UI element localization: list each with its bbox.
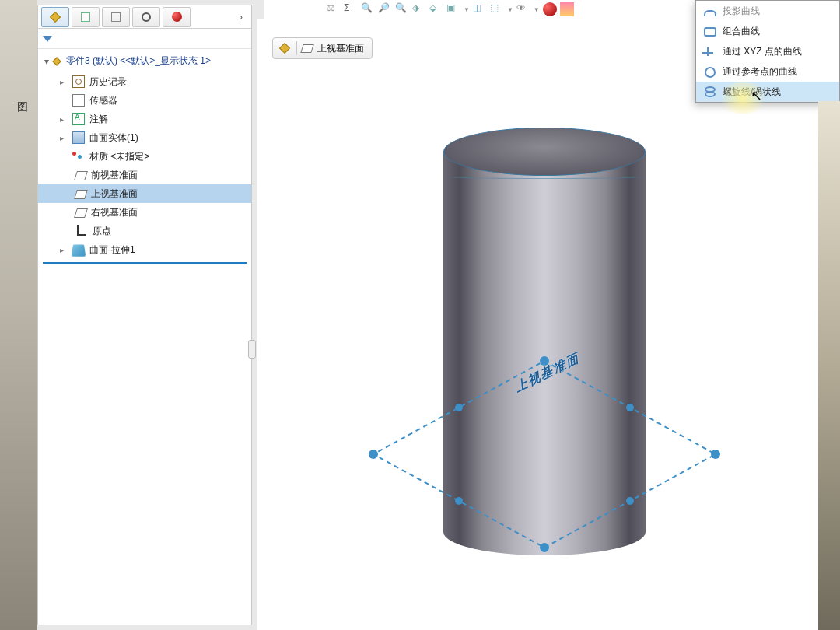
funnel-icon[interactable] bbox=[43, 36, 52, 42]
node-origin-label: 原点 bbox=[93, 225, 111, 238]
part-icon[interactable] bbox=[279, 43, 290, 54]
extrude-icon bbox=[72, 244, 86, 256]
node-history[interactable]: ▸ 历史记录 bbox=[38, 72, 251, 91]
node-material[interactable]: 材质 <未指定> bbox=[38, 147, 251, 166]
graphics-viewport[interactable]: 上视基准面 上视基准面 bbox=[257, 19, 840, 630]
caret-down-icon: ▾ bbox=[44, 56, 49, 67]
tab-dimxpert[interactable] bbox=[132, 7, 160, 27]
node-front-plane[interactable]: 前视基准面 bbox=[38, 166, 251, 184]
scene-icon[interactable] bbox=[560, 2, 574, 16]
menu-item-project-curve[interactable]: 投影曲线 bbox=[696, 1, 839, 21]
dropdown-caret-icon[interactable]: ▼ bbox=[534, 6, 540, 13]
separator bbox=[296, 41, 297, 55]
rollback-bar[interactable] bbox=[43, 262, 247, 264]
curves-context-menu: 投影曲线 组合曲线 通过 XYZ 点的曲线 通过参考点的曲线 螺旋线/涡状线 bbox=[695, 0, 840, 103]
cylinder-top-edge bbox=[443, 174, 646, 179]
node-top-plane-label: 上视基准面 bbox=[91, 187, 138, 201]
tab-configuration[interactable] bbox=[102, 7, 130, 27]
menu-item-ref-point-curve[interactable]: 通过参考点的曲线 bbox=[696, 61, 839, 82]
plane-icon bbox=[74, 171, 88, 180]
dropdown-caret-icon[interactable]: ▼ bbox=[507, 6, 513, 13]
left-dock-edge: 图 bbox=[0, 0, 37, 630]
node-history-label: 历史记录 bbox=[89, 75, 127, 89]
cylinder-top-face bbox=[443, 128, 646, 176]
project-curve-icon bbox=[702, 4, 716, 18]
node-annotation[interactable]: ▸ 注解 bbox=[38, 110, 251, 128]
sphere-icon bbox=[172, 12, 182, 22]
menu-item-label: 通过参考点的曲线 bbox=[723, 65, 797, 79]
caret-right-icon: ▸ bbox=[60, 78, 68, 86]
zoom-fit-icon[interactable]: 🔍 bbox=[361, 2, 375, 16]
svg-point-6 bbox=[626, 497, 634, 505]
svg-point-3 bbox=[540, 543, 549, 552]
grid-icon bbox=[81, 12, 90, 22]
svg-point-8 bbox=[455, 404, 463, 411]
appearance-icon[interactable] bbox=[543, 2, 557, 16]
node-surface-body[interactable]: ▸ 曲面实体(1) bbox=[38, 128, 251, 147]
caret-right-icon: ▸ bbox=[60, 246, 68, 254]
tree-filter-row bbox=[38, 29, 251, 49]
node-top-plane[interactable]: 上视基准面 bbox=[38, 184, 251, 203]
node-right-plane[interactable]: 右视基准面 bbox=[38, 203, 251, 222]
config-icon bbox=[111, 12, 121, 22]
material-icon bbox=[72, 150, 85, 163]
surface-icon bbox=[72, 131, 85, 144]
sigma-icon[interactable]: Σ bbox=[344, 2, 358, 16]
breadcrumb-plane-label[interactable]: 上视基准面 bbox=[317, 42, 364, 55]
part-icon bbox=[52, 57, 61, 65]
balance-icon[interactable]: ⚖ bbox=[327, 2, 341, 16]
panel-collapse-handle[interactable] bbox=[248, 340, 256, 359]
svg-marker-0 bbox=[373, 361, 716, 548]
node-front-plane-label: 前视基准面 bbox=[91, 169, 138, 182]
tab-feature-tree[interactable] bbox=[41, 7, 69, 27]
zoom-area-icon[interactable]: 🔎 bbox=[378, 2, 392, 16]
panel-tabbar: › bbox=[38, 5, 251, 29]
menu-item-helix-spiral[interactable]: 螺旋线/涡状线 bbox=[696, 82, 839, 102]
menu-item-label: 螺旋线/涡状线 bbox=[723, 86, 781, 99]
menu-item-composite-curve[interactable]: 组合曲线 bbox=[696, 21, 839, 41]
menu-item-label: 投影曲线 bbox=[723, 5, 760, 18]
xyz-curve-icon bbox=[702, 44, 716, 58]
hide-show-icon[interactable]: ⬚ bbox=[490, 2, 504, 16]
display-style-icon[interactable]: ▣ bbox=[446, 2, 460, 16]
cube-icon[interactable]: ◫ bbox=[473, 2, 487, 16]
magnify-icon[interactable]: 🔍 bbox=[395, 2, 409, 16]
svg-point-5 bbox=[626, 404, 634, 411]
plane-icon bbox=[74, 208, 88, 218]
target-icon bbox=[142, 12, 151, 22]
composite-curve-icon bbox=[702, 24, 716, 38]
menu-item-label: 通过 XYZ 点的曲线 bbox=[723, 45, 802, 58]
sensor-icon bbox=[72, 94, 85, 107]
part-icon bbox=[50, 11, 61, 22]
menu-item-xyz-curve[interactable]: 通过 XYZ 点的曲线 bbox=[696, 41, 839, 61]
feature-tree: ▾ 零件3 (默认) <<默认>_显示状态 1> ▸ 历史记录 传感器 ▸ 注解… bbox=[38, 49, 251, 267]
tab-property-manager[interactable] bbox=[72, 7, 100, 27]
eye-icon[interactable]: 👁 bbox=[516, 2, 530, 16]
node-annotation-label: 注解 bbox=[89, 113, 108, 126]
tree-root[interactable]: ▾ 零件3 (默认) <<默认>_显示状态 1> bbox=[38, 52, 251, 72]
node-material-label: 材质 <未指定> bbox=[89, 150, 149, 163]
caret-right-icon: ▸ bbox=[60, 115, 68, 124]
feature-tree-panel: › ▾ 零件3 (默认) <<默认>_显示状态 1> ▸ 历史记录 传感器 ▸ … bbox=[37, 5, 252, 625]
plane-icon bbox=[74, 190, 88, 199]
menu-item-label: 组合曲线 bbox=[723, 25, 760, 38]
ref-point-curve-icon bbox=[702, 65, 716, 79]
plane-icon[interactable] bbox=[300, 44, 314, 53]
node-sensor-label: 传感器 bbox=[89, 94, 117, 107]
panel-overflow-button[interactable]: › bbox=[234, 12, 248, 23]
svg-point-7 bbox=[455, 497, 463, 505]
svg-point-4 bbox=[369, 450, 378, 459]
node-extrude[interactable]: ▸ 曲面-拉伸1 bbox=[38, 240, 251, 259]
svg-point-2 bbox=[711, 450, 720, 459]
section-icon[interactable]: ⬗ bbox=[412, 2, 426, 16]
node-sensor[interactable]: 传感器 bbox=[38, 91, 251, 110]
selection-breadcrumb: 上视基准面 bbox=[272, 37, 373, 59]
tab-appearance[interactable] bbox=[163, 7, 191, 27]
view-orient-icon[interactable]: ⬙ bbox=[429, 2, 443, 16]
annotation-icon bbox=[72, 113, 85, 125]
history-icon bbox=[72, 75, 85, 88]
dropdown-caret-icon[interactable]: ▼ bbox=[464, 6, 470, 13]
node-origin[interactable]: 原点 bbox=[38, 222, 251, 240]
helix-icon bbox=[702, 85, 716, 99]
node-extrude-label: 曲面-拉伸1 bbox=[89, 243, 135, 257]
